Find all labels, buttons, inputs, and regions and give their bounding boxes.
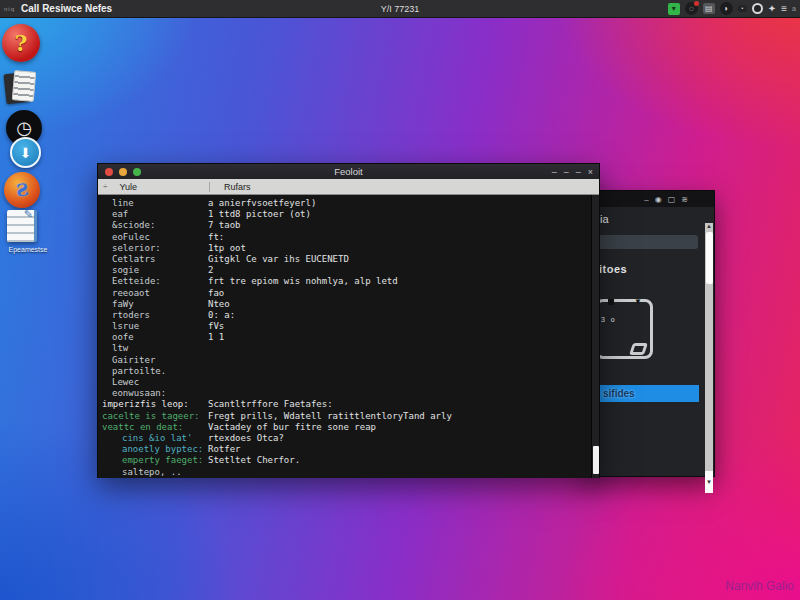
terminal-row: emperty faeget:Stetltet Cherfor. xyxy=(98,455,599,466)
menu-rufars[interactable]: Rufars xyxy=(209,182,251,192)
terminal-dash3-button[interactable]: – xyxy=(576,167,581,177)
desktop-watermark: Nanvih Galio xyxy=(725,579,794,593)
settings-window[interactable]: – ◉ ▢ ≋ ia itoes ▼ 3 o sifides ▲ ▼ xyxy=(583,190,715,477)
terminal-row: CetlatrsGitgkl Ce var ihs EUCENETD xyxy=(98,254,599,265)
display-arrow-icon: ▼ xyxy=(634,297,642,306)
settings-maximize-button[interactable]: ▢ xyxy=(668,195,676,204)
terminal-dash2-button[interactable]: – xyxy=(564,167,569,177)
notes-icon[interactable]: ✎ xyxy=(7,210,37,242)
browser-swirl-glyph: Ƨ xyxy=(14,179,30,201)
scroll-up-icon[interactable]: ▲ xyxy=(705,223,713,229)
terminal-row: eonwusaan: xyxy=(98,388,599,399)
documents-front-sheet xyxy=(12,70,37,102)
display-diagram: ▼ 3 o xyxy=(595,299,653,359)
desktop-icons: ? ◷ ⬇ Ƨ ✎ Epeamestse xyxy=(0,22,56,54)
menu-file[interactable]: Yule xyxy=(119,182,137,192)
terminal-output[interactable]: linea anierfvsoetfeyerl) eaf1 ttd8 picto… xyxy=(98,195,599,478)
terminal-row: veattc en deat:Vactadey of bur fitre son… xyxy=(98,422,599,433)
settings-content: ia itoes ▼ 3 o sifides ▲ ▼ xyxy=(584,207,714,476)
terminal-row: anoetly byptec:Rotfer xyxy=(98,444,599,455)
terminal-row: cacelte is tageer:Fregt prills, Wdatell … xyxy=(98,411,599,422)
notes-icon-label: Epeamestse xyxy=(0,246,56,253)
moon-icon[interactable]: ◗ xyxy=(720,2,733,15)
terminal-scrollbar[interactable] xyxy=(591,195,599,478)
terminal-dash1-button[interactable]: – xyxy=(552,167,557,177)
settings-selected-item[interactable]: sifides xyxy=(584,385,699,402)
terminal-titlebar[interactable]: Feoloit – – – × xyxy=(98,164,599,179)
terminal-row: eaf1 ttd8 pictoer (ot) xyxy=(98,209,599,220)
terminal-window-title: Feoloit xyxy=(98,166,599,177)
settings-scroll-thumb[interactable] xyxy=(706,232,713,284)
menu-prefix-icon: ÷ xyxy=(103,182,107,191)
settings-circle-button[interactable]: ◉ xyxy=(655,195,662,204)
terminal-row: oofe1 1 xyxy=(98,332,599,343)
display-corner-shape xyxy=(629,343,648,355)
software-update-icon[interactable]: ⬇ xyxy=(10,137,41,168)
terminal-row: partoilte. xyxy=(98,366,599,377)
keyboard-icon[interactable]: ▤ xyxy=(703,3,715,14)
terminal-row: ltw xyxy=(98,343,599,354)
terminal-row: imperizfis leop:Scantltrffore Faetafes: xyxy=(98,399,599,410)
ring-icon[interactable] xyxy=(752,3,763,14)
terminal-row: eoFulecft: xyxy=(98,232,599,243)
settings-close-button[interactable]: ≋ xyxy=(681,195,688,204)
gear-icon[interactable]: ✦ xyxy=(768,3,776,14)
terminal-scroll-thumb[interactable] xyxy=(593,446,599,474)
terminal-row: &sciode:7 taob xyxy=(98,220,599,231)
menu-lines-icon[interactable]: ≡ xyxy=(781,3,787,14)
settings-section-label: itoes xyxy=(599,263,627,275)
terminal-row: linea anierfvsoetfeyerl) xyxy=(98,198,599,209)
terminal-row: lsruefVs xyxy=(98,321,599,332)
pencil-icon: ✎ xyxy=(24,208,33,221)
scroll-down-icon[interactable]: ▼ xyxy=(705,471,713,493)
help-icon[interactable]: ? xyxy=(2,24,40,62)
tray-letter: a xyxy=(792,5,796,12)
system-tray: ▾ ◌ ▤ ◗ • ✦ ≡ a xyxy=(668,0,796,17)
browser-icon[interactable]: Ƨ xyxy=(4,172,40,208)
top-panel: niq Call Resiwce Nefes Y/I 77231 ▾ ◌ ▤ ◗… xyxy=(0,0,800,18)
notification-icon[interactable]: ◌ xyxy=(685,2,698,15)
settings-titlebar[interactable]: – ◉ ▢ ≋ xyxy=(584,191,714,207)
terminal-row: reeoaotfao xyxy=(98,288,599,299)
settings-scrollbar[interactable]: ▲ ▼ xyxy=(705,223,713,493)
properties-terminal-window[interactable]: Feoloit – – – × ÷ Yule Rufars linea anie… xyxy=(97,163,600,478)
dot-icon[interactable]: • xyxy=(738,5,747,12)
terminal-row: rtoders0: a: xyxy=(98,310,599,321)
terminal-row: Lewec xyxy=(98,377,599,388)
settings-selected-label: sifides xyxy=(603,388,635,399)
terminal-row: cins &io lat'rtexdoes Otca? xyxy=(98,433,599,444)
terminal-row: sogie2 xyxy=(98,265,599,276)
terminal-row: selerior:1tp oot xyxy=(98,243,599,254)
terminal-menubar: ÷ Yule Rufars xyxy=(98,179,599,195)
terminal-row: saltepo, .. xyxy=(98,467,599,478)
display-number: 3 o xyxy=(601,316,617,323)
terminal-row: faWyNteo xyxy=(98,299,599,310)
terminal-close-button[interactable]: × xyxy=(588,167,593,177)
settings-minimize-button[interactable]: – xyxy=(644,195,648,204)
documents-icon[interactable] xyxy=(4,70,40,106)
download-tray-icon[interactable]: ▾ xyxy=(668,3,680,15)
terminal-row: Eetteide:frt tre epiom wis nohmlya, alp … xyxy=(98,276,599,287)
settings-heading-partial: ia xyxy=(600,213,609,225)
settings-search-input[interactable] xyxy=(584,235,698,249)
display-camera-icon xyxy=(608,299,614,305)
terminal-row: Gairiter xyxy=(98,355,599,366)
